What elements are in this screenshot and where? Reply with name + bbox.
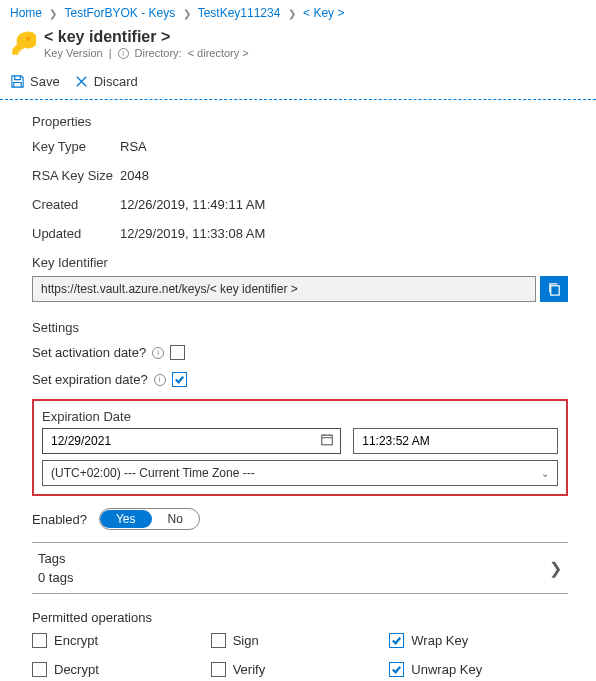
timezone-select[interactable]: (UTC+02:00) --- Current Time Zone --- ⌄: [42, 460, 558, 486]
key-version-label: Key Version: [44, 47, 103, 59]
enabled-toggle[interactable]: Yes No: [99, 508, 200, 530]
perm-item: Wrap Key: [389, 633, 568, 648]
perm-checkbox[interactable]: [389, 633, 404, 648]
chevron-right-icon: ❯: [179, 8, 195, 19]
discard-label: Discard: [94, 74, 138, 89]
directory-value: < directory >: [188, 47, 249, 59]
toolbar: Save Discard: [0, 68, 596, 97]
activation-checkbox[interactable]: [170, 345, 185, 360]
activation-label: Set activation date?: [32, 345, 146, 360]
key-icon: [10, 30, 36, 60]
rsa-size-label: RSA Key Size: [32, 168, 120, 183]
perm-item: Sign: [211, 633, 390, 648]
rsa-size-value: 2048: [120, 168, 149, 183]
created-value: 12/26/2019, 11:49:11 AM: [120, 197, 265, 212]
properties-heading: Properties: [32, 114, 568, 129]
crumb-home[interactable]: Home: [10, 6, 42, 20]
save-label: Save: [30, 74, 60, 89]
save-button[interactable]: Save: [10, 74, 60, 89]
title-bar: < key identifier > Key Version | i Direc…: [0, 24, 596, 68]
info-icon[interactable]: i: [118, 48, 129, 59]
permitted-ops-heading: Permitted operations: [32, 610, 568, 625]
check-icon: [174, 374, 185, 385]
perm-checkbox[interactable]: [389, 662, 404, 677]
directory-label: Directory:: [135, 47, 182, 59]
divider-dashed: [0, 99, 596, 100]
key-type-label: Key Type: [32, 139, 120, 154]
key-identifier-input[interactable]: [32, 276, 536, 302]
perm-label: Sign: [233, 633, 259, 648]
page-title: < key identifier >: [44, 28, 249, 46]
crumb-key[interactable]: TestKey111234: [198, 6, 281, 20]
expiration-checkbox[interactable]: [172, 372, 187, 387]
perm-checkbox[interactable]: [211, 662, 226, 677]
chevron-right-icon: ❯: [45, 8, 61, 19]
perm-label: Unwrap Key: [411, 662, 482, 677]
perm-item: Unwrap Key: [389, 662, 568, 677]
tags-count: 0 tags: [38, 570, 73, 585]
expiration-label: Set expiration date?: [32, 372, 148, 387]
info-icon[interactable]: i: [152, 347, 164, 359]
expiration-date-group: Expiration Date (UTC+02:00) --- Current …: [32, 399, 568, 496]
close-icon: [74, 74, 89, 89]
check-icon: [391, 664, 402, 675]
expiration-date-input[interactable]: [42, 428, 341, 454]
chevron-right-icon: ❯: [549, 559, 568, 578]
breadcrumb: Home ❯ TestForBYOK - Keys ❯ TestKey11123…: [0, 0, 596, 24]
check-icon: [391, 635, 402, 646]
permitted-ops-grid: EncryptSignWrap KeyDecryptVerifyUnwrap K…: [32, 633, 568, 677]
perm-label: Decrypt: [54, 662, 99, 677]
expiration-time-input[interactable]: [353, 428, 558, 454]
tags-label: Tags: [38, 551, 73, 566]
perm-checkbox[interactable]: [211, 633, 226, 648]
expiration-date-heading: Expiration Date: [42, 409, 558, 424]
perm-item: Verify: [211, 662, 390, 677]
perm-label: Wrap Key: [411, 633, 468, 648]
perm-label: Encrypt: [54, 633, 98, 648]
updated-value: 12/29/2019, 11:33:08 AM: [120, 226, 265, 241]
settings-heading: Settings: [32, 320, 568, 335]
updated-label: Updated: [32, 226, 120, 241]
copy-button[interactable]: [540, 276, 568, 302]
info-icon[interactable]: i: [154, 374, 166, 386]
key-identifier-label: Key Identifier: [32, 255, 568, 270]
crumb-version[interactable]: < Key >: [303, 6, 344, 20]
chevron-down-icon: ⌄: [541, 468, 549, 479]
key-type-value: RSA: [120, 139, 147, 154]
svg-rect-1: [550, 285, 558, 294]
perm-checkbox[interactable]: [32, 633, 47, 648]
created-label: Created: [32, 197, 120, 212]
save-icon: [10, 74, 25, 89]
perm-checkbox[interactable]: [32, 662, 47, 677]
perm-item: Encrypt: [32, 633, 211, 648]
svg-point-0: [26, 36, 30, 40]
enabled-no-option[interactable]: No: [152, 510, 199, 528]
timezone-value: (UTC+02:00) --- Current Time Zone ---: [51, 466, 255, 480]
enabled-yes-option[interactable]: Yes: [100, 510, 152, 528]
chevron-right-icon: ❯: [284, 8, 300, 19]
perm-label: Verify: [233, 662, 266, 677]
crumb-vault[interactable]: TestForBYOK - Keys: [64, 6, 175, 20]
enabled-label: Enabled?: [32, 512, 87, 527]
tags-section[interactable]: Tags 0 tags ❯: [32, 542, 568, 594]
perm-item: Decrypt: [32, 662, 211, 677]
discard-button[interactable]: Discard: [74, 74, 138, 89]
copy-icon: [547, 282, 562, 297]
